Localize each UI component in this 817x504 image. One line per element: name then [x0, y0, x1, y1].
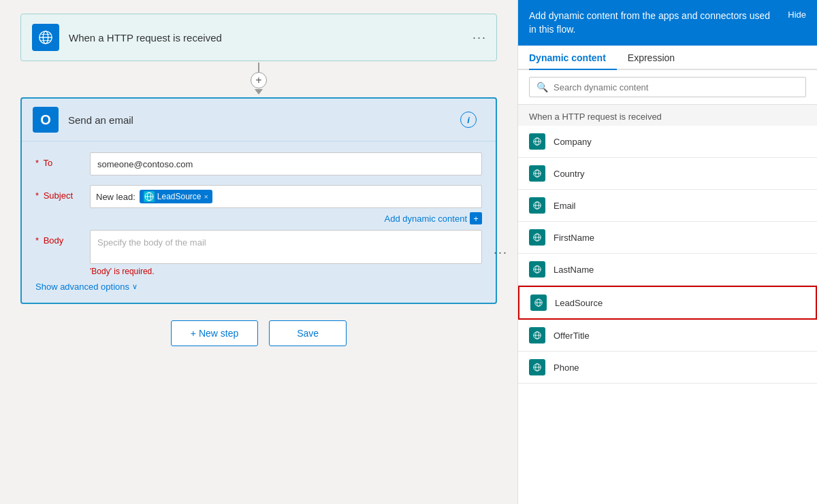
new-step-button[interactable]: + New step — [171, 320, 258, 346]
panel-header-text: Add dynamic content from the apps and co… — [529, 10, 780, 36]
dynamic-item-company[interactable]: Company — [518, 126, 817, 158]
subject-prefix: New lead: — [96, 192, 135, 202]
tab-dynamic-content[interactable]: Dynamic content — [529, 46, 617, 70]
token-icon — [144, 191, 155, 202]
tab-expression[interactable]: Expression — [628, 46, 686, 69]
to-label: * To — [35, 152, 90, 168]
to-field-row: * To — [35, 152, 482, 175]
item-icon-email — [529, 197, 545, 214]
chevron-down-icon: ∨ — [132, 282, 138, 291]
item-label-email: Email — [554, 201, 576, 211]
email-card: O Send an email i ··· * To * Subject — [20, 97, 497, 304]
subject-input-wrapper[interactable]: New lead: LeadSource × — [90, 185, 482, 208]
add-dynamic-icon: + — [470, 212, 482, 224]
panel-tabs: Dynamic content Expression — [518, 46, 817, 70]
token-label: LeadSource — [157, 192, 202, 201]
search-icon: 🔍 — [536, 82, 548, 93]
dynamic-list: CompanyCountryEmailFirstNameLastNameLead… — [518, 126, 817, 504]
dynamic-item-lastname[interactable]: LastName — [518, 254, 817, 286]
search-bar: 🔍 — [518, 70, 817, 105]
add-dynamic-row: Add dynamic content + — [35, 212, 482, 224]
item-label-offertitle: OfferTitle — [554, 331, 590, 341]
item-label-leadsource: LeadSource — [555, 298, 603, 308]
show-advanced-row: Show advanced options ∨ — [35, 282, 482, 292]
dynamic-item-email[interactable]: Email — [518, 190, 817, 222]
connector: + — [251, 63, 267, 95]
subject-label: * Subject — [35, 185, 90, 201]
item-label-country: Country — [554, 169, 585, 179]
to-input[interactable] — [90, 152, 482, 175]
dynamic-item-phone[interactable]: Phone — [518, 352, 817, 384]
canvas-area: When a HTTP request is received ··· + O … — [0, 0, 517, 504]
token-remove-button[interactable]: × — [204, 192, 208, 201]
body-error: 'Body' is required. — [90, 267, 482, 276]
to-required-star: * — [35, 158, 39, 168]
item-label-phone: Phone — [554, 363, 579, 373]
token-connector-icon — [144, 191, 155, 202]
email-card-body: * To * Subject New lead: — [22, 141, 496, 303]
search-input-wrapper: 🔍 — [529, 77, 806, 97]
right-panel: Add dynamic content from the apps and co… — [517, 0, 817, 504]
body-input[interactable]: Specify the body of the mail — [90, 230, 482, 264]
show-advanced-link[interactable]: Show advanced options ∨ — [35, 282, 482, 292]
add-step-circle[interactable]: + — [251, 72, 267, 88]
dynamic-item-offertitle[interactable]: OfferTitle — [518, 320, 817, 352]
item-label-company: Company — [554, 137, 592, 147]
email-card-title: Send an email — [68, 114, 460, 126]
hide-panel-button[interactable]: Hide — [788, 10, 806, 20]
trigger-menu-button[interactable]: ··· — [472, 31, 487, 45]
body-field-row: * Body Specify the body of the mail — [35, 230, 482, 264]
panel-header: Add dynamic content from the apps and co… — [518, 0, 817, 46]
subject-field-row: * Subject New lead: LeadSource — [35, 185, 482, 208]
dynamic-item-leadsource[interactable]: LeadSource — [518, 286, 817, 320]
item-icon-lastname — [529, 261, 545, 278]
info-icon-button[interactable]: i — [460, 112, 477, 128]
email-card-header: O Send an email i ··· — [22, 99, 496, 141]
dynamic-item-firstname[interactable]: FirstName — [518, 222, 817, 254]
item-label-firstname: FirstName — [554, 233, 594, 243]
item-icon-offertitle — [529, 327, 545, 343]
body-placeholder: Specify the body of the mail — [97, 237, 206, 248]
item-icon-firstname — [529, 229, 545, 246]
add-dynamic-label: Add dynamic content — [385, 214, 467, 224]
body-required-star: * — [35, 235, 39, 246]
item-icon-leadsource — [530, 295, 547, 311]
body-label: * Body — [35, 230, 90, 246]
trigger-title: When a HTTP request is received — [69, 32, 222, 44]
email-menu-button[interactable]: ··· — [494, 245, 508, 259]
dynamic-item-country[interactable]: Country — [518, 158, 817, 190]
connector-arrow — [255, 89, 263, 95]
add-dynamic-link[interactable]: Add dynamic content + — [385, 212, 482, 224]
item-icon-country — [529, 165, 545, 182]
search-input[interactable] — [554, 82, 799, 93]
save-button[interactable]: Save — [269, 320, 347, 346]
subject-required-star: * — [35, 190, 39, 201]
outlook-icon: O — [33, 107, 59, 133]
bottom-buttons: + New step Save — [171, 320, 347, 346]
item-icon-phone — [529, 359, 545, 375]
item-label-lastname: LastName — [554, 265, 594, 275]
section-header: When a HTTP request is received — [518, 105, 817, 126]
connector-line-top — [258, 63, 259, 72]
show-advanced-label: Show advanced options — [35, 282, 129, 292]
globe-icon — [38, 30, 53, 45]
trigger-card: When a HTTP request is received ··· — [20, 14, 497, 61]
leadsource-token[interactable]: LeadSource × — [140, 190, 212, 203]
trigger-icon — [32, 24, 59, 51]
item-icon-company — [529, 133, 545, 150]
